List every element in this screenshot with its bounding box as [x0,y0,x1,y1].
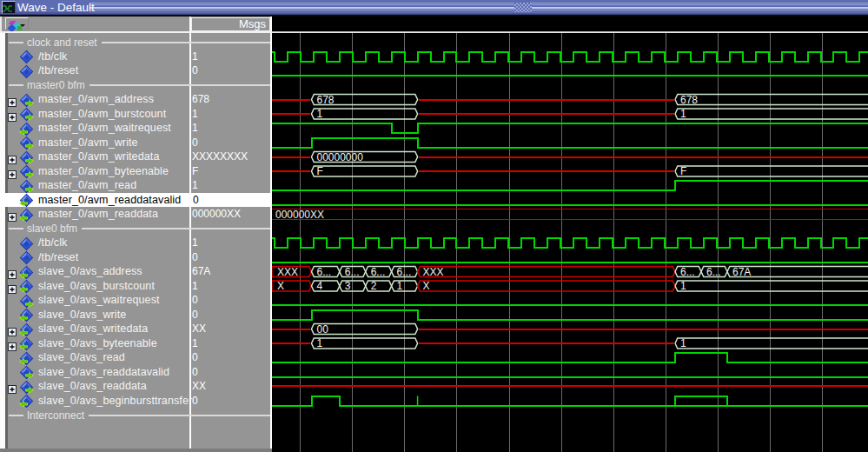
svg-text:1: 1 [680,337,686,349]
svg-text:00: 00 [317,323,329,336]
svg-text:67A: 67A [732,266,751,278]
svg-text:F: F [680,165,686,177]
svg-text:678: 678 [317,94,335,106]
svg-text:1: 1 [317,108,323,120]
svg-text:6...: 6... [680,266,695,278]
svg-text:2: 2 [371,280,377,292]
svg-text:X: X [277,280,284,292]
svg-text:678: 678 [680,94,698,106]
svg-text:3: 3 [345,280,351,292]
svg-text:1: 1 [680,280,686,292]
svg-text:6...: 6... [397,266,412,278]
svg-text:1: 1 [317,337,323,349]
svg-text:6...: 6... [317,266,332,278]
svg-text:1: 1 [680,108,686,120]
svg-text:XXX: XXX [277,266,298,278]
svg-text:6...: 6... [706,266,721,278]
svg-text:XXX: XXX [423,266,444,278]
svg-text:X: X [423,280,430,292]
svg-text:1: 1 [397,280,403,292]
svg-text:6...: 6... [371,266,386,278]
svg-text:4: 4 [317,280,323,292]
svg-text:00000000: 00000000 [317,151,364,163]
svg-text:F: F [317,165,323,177]
svg-text:000000XX: 000000XX [275,209,324,221]
svg-text:6...: 6... [345,266,360,278]
